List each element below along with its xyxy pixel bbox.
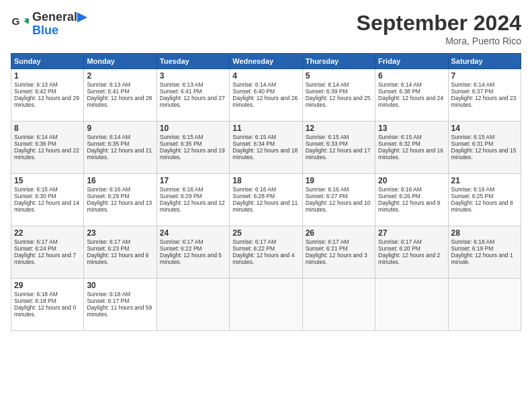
sunset: Sunset: 6:18 PM <box>14 298 56 304</box>
daylight: Daylight: 11 hours and 59 minutes. <box>87 304 152 318</box>
table-row: 6Sunrise: 6:14 AMSunset: 6:38 PMDaylight… <box>375 69 448 122</box>
sunrise: Sunrise: 6:15 AM <box>451 134 495 140</box>
sunrise: Sunrise: 6:18 AM <box>87 291 130 298</box>
table-row <box>230 279 302 331</box>
sunset: Sunset: 6:35 PM <box>87 140 129 147</box>
day-number: 11 <box>232 124 299 133</box>
table-row: 22Sunrise: 6:17 AMSunset: 6:24 PMDayligh… <box>11 226 84 279</box>
sunrise: Sunrise: 6:16 AM <box>87 186 130 193</box>
day-number: 4 <box>232 71 299 81</box>
sunrise: Sunrise: 6:15 AM <box>306 134 349 140</box>
sunset: Sunset: 6:26 PM <box>378 193 420 199</box>
table-row: 12Sunrise: 6:15 AMSunset: 6:33 PMDayligh… <box>302 122 375 174</box>
logo-icon: G <box>11 15 30 34</box>
daylight: Daylight: 12 hours and 21 minutes. <box>87 147 152 161</box>
day-number: 5 <box>306 71 372 81</box>
table-row: 24Sunrise: 6:17 AMSunset: 6:22 PMDayligh… <box>157 226 229 279</box>
day-number: 14 <box>451 124 518 133</box>
table-row: 18Sunrise: 6:16 AMSunset: 6:28 PMDayligh… <box>230 174 302 226</box>
sunrise: Sunrise: 6:14 AM <box>14 134 58 140</box>
daylight: Daylight: 12 hours and 10 minutes. <box>306 199 371 213</box>
sunset: Sunset: 6:33 PM <box>306 140 348 147</box>
sunrise: Sunrise: 6:18 AM <box>451 238 495 245</box>
table-row: 3Sunrise: 6:13 AMSunset: 6:41 PMDaylight… <box>157 69 229 122</box>
logo-text: General▶ Blue <box>32 11 87 38</box>
table-row: 25Sunrise: 6:17 AMSunset: 6:22 PMDayligh… <box>230 226 302 279</box>
sunrise: Sunrise: 6:14 AM <box>451 81 495 88</box>
sunset: Sunset: 6:29 PM <box>87 193 129 199</box>
daylight: Daylight: 12 hours and 0 minutes. <box>14 304 76 318</box>
col-saturday: Saturday <box>448 54 521 69</box>
col-sunday: Sunday <box>11 54 84 69</box>
sunrise: Sunrise: 6:15 AM <box>160 134 204 140</box>
sunset: Sunset: 6:23 PM <box>87 245 129 252</box>
sunset: Sunset: 6:39 PM <box>306 88 348 95</box>
table-row <box>302 279 375 331</box>
sunrise: Sunrise: 6:14 AM <box>87 134 130 140</box>
day-number: 2 <box>87 71 153 81</box>
sunset: Sunset: 6:22 PM <box>232 245 275 252</box>
table-row: 1Sunrise: 6:13 AMSunset: 6:42 PMDaylight… <box>11 69 84 122</box>
col-thursday: Thursday <box>302 54 375 69</box>
day-number: 22 <box>14 228 81 238</box>
sunrise: Sunrise: 6:13 AM <box>87 81 130 88</box>
daylight: Daylight: 12 hours and 13 minutes. <box>87 199 152 213</box>
sunrise: Sunrise: 6:15 AM <box>378 134 422 140</box>
sunrise: Sunrise: 6:15 AM <box>14 186 58 193</box>
sunset: Sunset: 6:29 PM <box>160 193 202 199</box>
table-row: 27Sunrise: 6:17 AMSunset: 6:20 PMDayligh… <box>375 226 448 279</box>
sunset: Sunset: 6:34 PM <box>232 140 275 147</box>
daylight: Daylight: 12 hours and 18 minutes. <box>232 147 298 161</box>
table-row <box>375 279 448 331</box>
sunrise: Sunrise: 6:13 AM <box>14 81 58 88</box>
sunrise: Sunrise: 6:17 AM <box>378 238 422 245</box>
day-number: 19 <box>306 176 372 185</box>
day-number: 26 <box>306 228 372 238</box>
table-row: 2Sunrise: 6:13 AMSunset: 6:41 PMDaylight… <box>84 69 157 122</box>
day-number: 6 <box>378 71 445 81</box>
daylight: Daylight: 12 hours and 22 minutes. <box>14 147 79 161</box>
sunset: Sunset: 6:37 PM <box>451 88 494 95</box>
table-row: 17Sunrise: 6:16 AMSunset: 6:29 PMDayligh… <box>157 174 229 226</box>
sunset: Sunset: 6:28 PM <box>232 193 275 199</box>
sunrise: Sunrise: 6:14 AM <box>378 81 422 88</box>
daylight: Daylight: 12 hours and 8 minutes. <box>451 199 513 213</box>
header-row: Sunday Monday Tuesday Wednesday Thursday… <box>11 54 521 69</box>
sunrise: Sunrise: 6:14 AM <box>306 81 349 88</box>
week-row-1: 1Sunrise: 6:13 AMSunset: 6:42 PMDaylight… <box>11 69 521 122</box>
table-row: 29Sunrise: 6:18 AMSunset: 6:18 PMDayligh… <box>11 279 84 331</box>
location: Mora, Puerto Rico <box>357 36 521 46</box>
daylight: Daylight: 12 hours and 5 minutes. <box>160 252 222 265</box>
table-row: 15Sunrise: 6:15 AMSunset: 6:30 PMDayligh… <box>11 174 84 226</box>
day-number: 8 <box>14 124 81 133</box>
daylight: Daylight: 12 hours and 3 minutes. <box>306 252 367 265</box>
sunset: Sunset: 6:40 PM <box>232 88 275 95</box>
svg-text:G: G <box>11 15 19 27</box>
table-row: 7Sunrise: 6:14 AMSunset: 6:37 PMDaylight… <box>448 69 521 122</box>
table-row: 5Sunrise: 6:14 AMSunset: 6:39 PMDaylight… <box>302 69 375 122</box>
table-row: 19Sunrise: 6:16 AMSunset: 6:27 PMDayligh… <box>302 174 375 226</box>
daylight: Daylight: 12 hours and 4 minutes. <box>232 252 294 265</box>
day-number: 3 <box>160 71 226 81</box>
sunset: Sunset: 6:32 PM <box>378 140 420 147</box>
sunset: Sunset: 6:30 PM <box>14 193 56 199</box>
day-number: 17 <box>160 176 226 185</box>
daylight: Daylight: 12 hours and 2 minutes. <box>378 252 440 265</box>
day-number: 18 <box>232 176 299 185</box>
sunset: Sunset: 6:20 PM <box>378 245 420 252</box>
daylight: Daylight: 12 hours and 24 minutes. <box>378 95 443 108</box>
sunrise: Sunrise: 6:17 AM <box>306 238 349 245</box>
sunrise: Sunrise: 6:17 AM <box>232 238 276 245</box>
daylight: Daylight: 12 hours and 25 minutes. <box>306 95 371 108</box>
day-number: 1 <box>14 71 81 81</box>
sunset: Sunset: 6:42 PM <box>14 88 56 95</box>
sunset: Sunset: 6:17 PM <box>87 298 129 304</box>
daylight: Daylight: 12 hours and 28 minutes. <box>87 95 152 108</box>
table-row <box>157 279 229 331</box>
day-number: 28 <box>451 228 518 238</box>
day-number: 16 <box>87 176 153 185</box>
day-number: 15 <box>14 176 81 185</box>
table-row: 23Sunrise: 6:17 AMSunset: 6:23 PMDayligh… <box>84 226 157 279</box>
sunset: Sunset: 6:27 PM <box>306 193 348 199</box>
sunrise: Sunrise: 6:18 AM <box>14 291 58 298</box>
